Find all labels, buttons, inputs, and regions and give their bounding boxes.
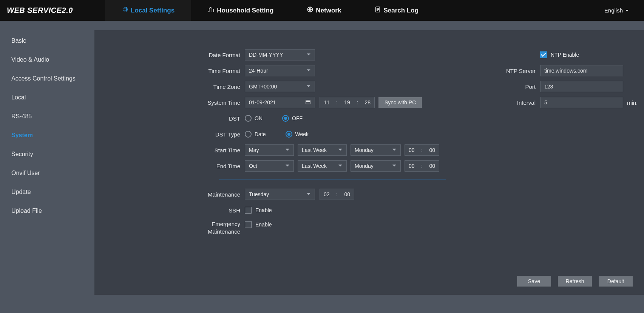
tab-local-settings[interactable]: Local Settings	[105, 0, 191, 21]
label-dst: DST	[94, 115, 245, 122]
chevron-down-icon	[306, 191, 311, 197]
radio-label: ON	[255, 115, 263, 121]
end-time-input[interactable]: 00 : 00	[405, 160, 439, 172]
sidebar-item-basic[interactable]: Basic	[0, 31, 94, 50]
chevron-down-icon	[625, 7, 629, 14]
label-emergency-maintenance: Emergency Maintenance	[94, 220, 245, 236]
select-start-day[interactable]: Monday	[351, 144, 401, 156]
interval-unit: min.	[627, 99, 638, 106]
select-maintenance-day[interactable]: Tuesday	[245, 189, 315, 200]
input-port[interactable]: 123	[540, 81, 623, 92]
chevron-down-icon	[285, 147, 290, 153]
chevron-down-icon	[392, 147, 397, 153]
sidebar-item-acs[interactable]: Access Control Settings	[0, 69, 94, 88]
chevron-down-icon	[338, 163, 343, 169]
select-start-month[interactable]: May	[245, 144, 294, 156]
row-time-format: Time Format 24-Hour	[94, 65, 449, 76]
radio-dst-type-week[interactable]: Week	[286, 131, 309, 138]
ssh-checkbox-group: Enable	[245, 207, 272, 214]
select-start-week[interactable]: Last Week	[298, 144, 347, 156]
label-date-format: Date Format	[94, 52, 245, 58]
input-interval[interactable]: 5	[540, 97, 623, 108]
chevron-down-icon	[306, 52, 311, 58]
radio-label: Date	[255, 131, 266, 137]
radio-dot	[245, 131, 252, 138]
select-value: Monday	[355, 147, 374, 153]
label-maintenance: Maintenance	[94, 191, 245, 198]
radio-label: Week	[295, 131, 309, 137]
chevron-down-icon	[392, 163, 397, 169]
sidebar-item-upload-file[interactable]: Upload File	[0, 201, 94, 220]
sidebar-item-security[interactable]: Security	[0, 145, 94, 164]
sidebar-item-video-audio[interactable]: Video & Audio	[0, 50, 94, 69]
checkbox-ntp-enable[interactable]	[540, 51, 547, 58]
time-hh: 11	[324, 99, 330, 105]
select-value: Last Week	[302, 147, 327, 153]
label-start-time: Start Time	[94, 147, 245, 153]
radio-dst-on[interactable]: ON	[245, 115, 263, 122]
tab-network[interactable]: Network	[290, 0, 358, 21]
time-sep: :	[357, 99, 358, 105]
chevron-down-icon	[285, 163, 290, 169]
system-date-input[interactable]: 01-09-2021	[245, 97, 315, 108]
date-value: 01-09-2021	[249, 99, 276, 105]
row-dst: DST ON OFF	[94, 113, 449, 124]
main-panel: Date Format DD-MM-YYYY Time Format 24-Ho…	[94, 30, 644, 295]
nav-tabs: Local Settings Household Setting Network…	[105, 0, 604, 21]
language-selector[interactable]: English	[604, 7, 644, 14]
tab-label: Network	[316, 7, 341, 14]
label-port: Port	[480, 84, 540, 90]
label-time-format: Time Format	[94, 68, 245, 74]
footer-buttons: Save Refresh Default	[517, 276, 633, 287]
select-value: May	[249, 147, 259, 153]
radio-dst-type-date[interactable]: Date	[245, 131, 266, 138]
row-ntp-enable: NTP Enable	[480, 49, 644, 60]
label-ntp-server: NTP Server	[480, 68, 540, 74]
start-time-input[interactable]: 00 : 00	[405, 144, 439, 156]
dst-radio-group: ON OFF	[245, 115, 303, 122]
row-maintenance: Maintenance Tuesday 02 : 00	[94, 189, 449, 200]
select-end-week[interactable]: Last Week	[298, 160, 347, 172]
default-button[interactable]: Default	[599, 276, 633, 287]
sidebar-item-rs485[interactable]: RS-485	[0, 107, 94, 126]
select-end-month[interactable]: Oct	[245, 160, 294, 172]
sync-with-pc-button[interactable]: Sync with PC	[378, 97, 422, 108]
checkbox-label: Enable	[255, 207, 272, 213]
sidebar-item-update[interactable]: Update	[0, 183, 94, 201]
dst-type-radio-group: Date Week	[245, 131, 309, 138]
system-time-input[interactable]: 11 : 19 : 28	[320, 97, 375, 108]
select-end-day[interactable]: Monday	[351, 160, 401, 172]
input-ntp-server[interactable]: time.windows.com	[540, 65, 623, 76]
time-sep: :	[336, 191, 338, 197]
time-hh: 00	[409, 163, 415, 169]
row-date-format: Date Format DD-MM-YYYY	[94, 49, 449, 60]
tab-label: Household Setting	[217, 7, 273, 14]
time-sep: :	[421, 163, 423, 169]
sidebar-item-local[interactable]: Local	[0, 88, 94, 107]
main-wrap: Date Format DD-MM-YYYY Time Format 24-Ho…	[94, 21, 644, 313]
refresh-button[interactable]: Refresh	[558, 276, 592, 287]
row-port: Port 123	[480, 81, 644, 92]
label-end-time: End Time	[94, 163, 245, 169]
time-sep: :	[336, 99, 338, 105]
log-icon	[374, 6, 381, 15]
building-icon	[208, 6, 215, 15]
sidebar-item-onvif-user[interactable]: Onvif User	[0, 164, 94, 183]
select-time-zone[interactable]: GMT+00:00	[245, 81, 315, 92]
logo: WEB SERVICE2.0	[0, 6, 105, 15]
checkbox-emergency-enable[interactable]	[245, 221, 252, 228]
tab-search-log[interactable]: Search Log	[358, 0, 435, 21]
row-ssh: SSH Enable	[94, 205, 449, 216]
tab-household-setting[interactable]: Household Setting	[191, 0, 290, 21]
sidebar-item-system[interactable]: System	[0, 126, 94, 145]
maintenance-time-input[interactable]: 02 : 00	[320, 189, 354, 200]
save-button[interactable]: Save	[517, 276, 551, 287]
select-time-format[interactable]: 24-Hour	[245, 65, 315, 76]
ntp-enable-group: NTP Enable	[540, 51, 579, 58]
radio-dst-off[interactable]: OFF	[282, 115, 303, 122]
calendar-icon	[305, 99, 311, 106]
select-date-format[interactable]: DD-MM-YYYY	[245, 49, 315, 60]
checkbox-ssh-enable[interactable]	[245, 207, 252, 214]
radio-label: OFF	[292, 115, 303, 121]
row-interval: Interval 5 min.	[480, 97, 644, 108]
